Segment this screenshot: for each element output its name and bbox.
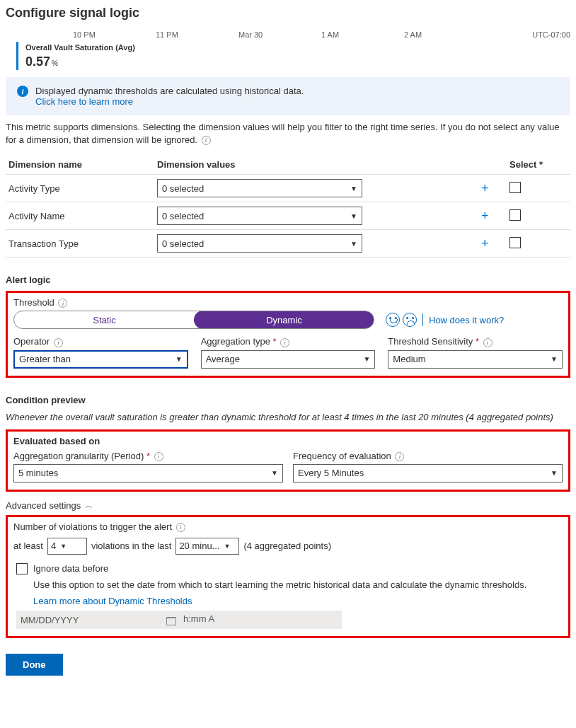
sad-face-icon[interactable] bbox=[403, 313, 417, 327]
metric-card: Overall Vault Saturation (Avg) 0.57% bbox=[16, 42, 570, 70]
dimension-name: Activity Name bbox=[6, 202, 154, 230]
chevron-down-icon: ▼ bbox=[551, 469, 558, 477]
operator-select[interactable]: Greater than▼ bbox=[13, 350, 188, 369]
separator bbox=[422, 313, 423, 326]
alert-logic-heading: Alert logic bbox=[6, 275, 570, 285]
operator-label: Operator i bbox=[13, 336, 188, 347]
advanced-settings-label: Advanced settings bbox=[6, 500, 81, 511]
aggregation-type-label: Aggregation type * i bbox=[201, 336, 376, 347]
chevron-down-icon: ▼ bbox=[224, 543, 230, 550]
dimension-row: Transaction Type 0 selected▼ + bbox=[6, 230, 570, 258]
violation-count-select[interactable]: 4▼ bbox=[47, 538, 87, 555]
select-value: Medium bbox=[393, 354, 425, 364]
time-placeholder: h:mm A bbox=[183, 613, 214, 624]
dimension-help-text: This metric supports dimensions. Selecti… bbox=[6, 121, 570, 146]
sensitivity-select[interactable]: Medium▼ bbox=[388, 350, 563, 369]
ignore-data-block: Ignore data before Use this option to se… bbox=[13, 563, 563, 629]
metric-accent-bar bbox=[16, 42, 18, 70]
dimension-help-content: This metric supports dimensions. Selecti… bbox=[6, 122, 560, 145]
info-icon[interactable]: i bbox=[202, 136, 211, 145]
metric-value-number: 0.57 bbox=[25, 54, 50, 69]
metric-unit: % bbox=[52, 59, 58, 67]
info-icon[interactable]: i bbox=[483, 338, 493, 347]
select-value: Average bbox=[206, 354, 240, 364]
add-dimension-button[interactable]: + bbox=[481, 236, 489, 250]
ignore-data-label: Ignore data before bbox=[33, 563, 108, 574]
info-icon[interactable]: i bbox=[176, 523, 185, 532]
alert-logic-section: Threshold i Static Dynamic How does it w… bbox=[6, 291, 570, 377]
date-placeholder: MM/DD/YYYY bbox=[21, 615, 79, 625]
in-last-text: violations in the last bbox=[91, 541, 171, 551]
select-value: 5 minutes bbox=[18, 468, 58, 478]
time-tick: 10 PM bbox=[73, 30, 156, 39]
chevron-down-icon: ▼ bbox=[350, 212, 357, 220]
violations-label: Number of violations to trigger the aler… bbox=[13, 521, 172, 532]
violations-row: at least 4▼ violations in the last 20 mi… bbox=[13, 538, 563, 555]
advanced-settings-section: Number of violations to trigger the aler… bbox=[6, 515, 570, 638]
condition-preview-text: Whenever the overall vault saturation is… bbox=[6, 411, 570, 424]
advanced-settings-toggle[interactable]: Advanced settings ︿ bbox=[6, 500, 570, 511]
info-icon: i bbox=[17, 86, 28, 97]
metric-name: Overall Vault Saturation (Avg) bbox=[25, 43, 135, 52]
threshold-dynamic-option[interactable]: Dynamic bbox=[194, 311, 374, 329]
evaluated-based-on-heading: Evaluated based on bbox=[13, 436, 563, 446]
dim-header-name: Dimension name bbox=[6, 155, 154, 175]
dimension-name: Transaction Type bbox=[6, 230, 154, 258]
violations-label-row: Number of violations to trigger the aler… bbox=[13, 521, 563, 532]
chevron-up-icon: ︿ bbox=[85, 500, 93, 511]
timezone-label: UTC-07:00 bbox=[532, 30, 570, 39]
threshold-toggle: Static Dynamic bbox=[13, 311, 374, 329]
at-least-text: at least bbox=[13, 541, 43, 551]
feedback-widget: How does it work? bbox=[386, 313, 504, 327]
dimension-values-select[interactable]: 0 selected▼ bbox=[157, 179, 362, 197]
page-title: Configure signal logic bbox=[6, 6, 570, 21]
select-checkbox[interactable] bbox=[509, 182, 521, 193]
how-does-it-work-link[interactable]: How does it work? bbox=[429, 315, 504, 325]
dimension-values-select[interactable]: 0 selected▼ bbox=[157, 234, 362, 253]
aggregated-points-note: (4 aggregated points) bbox=[243, 541, 331, 551]
time-axis: 10 PM 11 PM Mar 30 1 AM 2 AM UTC-07:00 bbox=[6, 30, 570, 39]
learn-more-link[interactable]: Click here to learn more bbox=[35, 96, 304, 107]
info-icon[interactable]: i bbox=[395, 452, 404, 461]
violation-window-select[interactable]: 20 minu...▼ bbox=[175, 538, 239, 555]
info-icon[interactable]: i bbox=[58, 299, 67, 308]
evaluation-section: Evaluated based on Aggregation granulari… bbox=[6, 429, 570, 492]
info-icon[interactable]: i bbox=[54, 338, 63, 347]
select-checkbox[interactable] bbox=[509, 237, 521, 248]
select-value: 0 selected bbox=[162, 238, 204, 249]
threshold-label: Threshold bbox=[13, 297, 54, 308]
granularity-select[interactable]: 5 minutes▼ bbox=[13, 464, 283, 483]
time-tick: 2 AM bbox=[404, 30, 487, 39]
ignore-date-input[interactable]: MM/DD/YYYY bbox=[16, 611, 179, 629]
dim-header-values: Dimension values bbox=[154, 155, 478, 175]
select-value: Greater than bbox=[19, 354, 71, 364]
add-dimension-button[interactable]: + bbox=[481, 209, 489, 223]
chevron-down-icon: ▼ bbox=[350, 240, 357, 248]
select-value: 0 selected bbox=[162, 211, 204, 221]
dimension-row: Activity Name 0 selected▼ + bbox=[6, 202, 570, 230]
time-tick: Mar 30 bbox=[238, 30, 321, 39]
threshold-static-option[interactable]: Static bbox=[14, 311, 195, 328]
metric-value: 0.57% bbox=[25, 54, 135, 69]
dimension-values-select[interactable]: 0 selected▼ bbox=[157, 207, 362, 225]
dimensions-table: Dimension name Dimension values Select *… bbox=[6, 155, 570, 258]
frequency-select[interactable]: Every 5 Minutes▼ bbox=[293, 464, 563, 483]
aggregation-type-select[interactable]: Average▼ bbox=[201, 350, 376, 369]
chevron-down-icon: ▼ bbox=[551, 355, 558, 363]
sensitivity-label: Threshold Sensitivity * i bbox=[388, 336, 563, 347]
ignore-data-checkbox[interactable] bbox=[16, 563, 28, 574]
info-icon[interactable]: i bbox=[280, 338, 289, 347]
calendar-icon bbox=[166, 616, 175, 624]
add-dimension-button[interactable]: + bbox=[481, 181, 489, 195]
ignore-time-input[interactable]: h:mm A bbox=[179, 611, 342, 629]
done-button[interactable]: Done bbox=[6, 654, 63, 676]
dimension-row: Activity Type 0 selected▼ + bbox=[6, 175, 570, 202]
select-checkbox[interactable] bbox=[509, 209, 521, 221]
select-value: 4 bbox=[51, 541, 56, 551]
learn-more-thresholds-link[interactable]: Learn more about Dynamic Thresholds bbox=[33, 596, 563, 606]
condition-preview-heading: Condition preview bbox=[6, 395, 570, 405]
info-text: Displayed dynamic thresholds are calcula… bbox=[35, 86, 304, 96]
happy-face-icon[interactable] bbox=[386, 313, 400, 327]
chevron-down-icon: ▼ bbox=[363, 355, 370, 363]
info-icon[interactable]: i bbox=[154, 452, 163, 461]
